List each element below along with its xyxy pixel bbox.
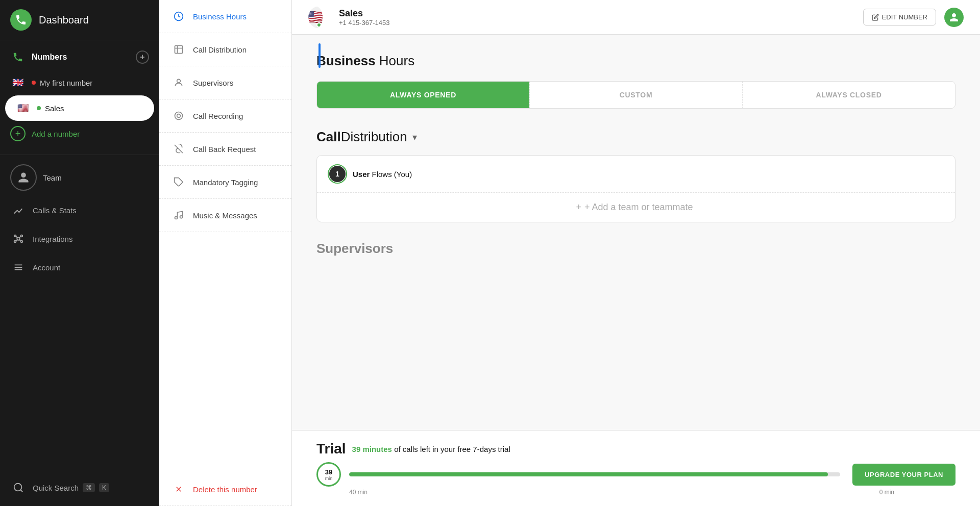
trial-bar: Trial 39 minutes of calls left in your f… <box>292 430 980 506</box>
call-distribution-section-title[interactable]: Call Distribution ▾ <box>316 129 955 145</box>
call-recording-icon <box>172 109 186 123</box>
add-team-row[interactable]: + + Add a team or teammate <box>317 193 955 222</box>
center-nav-mandatory-tagging[interactable]: Mandatory Tagging <box>159 166 291 199</box>
quick-search-label: Quick Search <box>33 484 79 492</box>
upgrade-plan-button[interactable]: UPGRADE YOUR PLAN <box>852 464 955 486</box>
center-panel: Business Hours Call Distribution Supervi… <box>159 0 292 506</box>
svg-line-7 <box>16 240 17 241</box>
svg-point-1 <box>14 235 16 237</box>
svg-point-2 <box>21 235 23 237</box>
add-number-item[interactable]: + Add a number <box>0 121 159 146</box>
sidebar-divider-1 <box>0 155 159 155</box>
trial-heading: Trial 39 minutes of calls left in your f… <box>316 441 955 457</box>
center-nav-call-back[interactable]: Call Back Request <box>159 133 291 166</box>
number-item-first[interactable]: 🇬🇧 My first number <box>0 70 159 95</box>
quick-search-item[interactable]: Quick Search ⌘ K <box>0 473 159 506</box>
main-header: 🇺🇸 Sales +1 415-367-1453 EDIT NUMBER <box>292 0 980 35</box>
tab-custom[interactable]: CUSTOM <box>529 82 743 108</box>
center-nav-supervisors[interactable]: Supervisors <box>159 66 291 99</box>
status-dot-green <box>37 106 41 110</box>
sidebar: Dashboard Numbers + 🇬🇧 My first number 🇺… <box>0 0 159 506</box>
kbd-cmd: ⌘ <box>83 483 95 492</box>
user-number-badge: 1 <box>329 166 346 182</box>
app-logo[interactable] <box>10 9 32 31</box>
svg-line-5 <box>16 236 17 238</box>
supervisors-icon <box>172 75 186 90</box>
trial-circle-min: min <box>325 476 333 481</box>
user-avatar[interactable] <box>944 8 964 27</box>
number-name-sales: Sales <box>45 104 64 113</box>
svg-point-17 <box>180 216 183 218</box>
tab-always-closed[interactable]: ALWAYS CLOSED <box>743 82 955 108</box>
trial-circle-num: 39 <box>325 468 332 476</box>
delete-label: Delete this number <box>193 485 257 494</box>
edit-number-button[interactable]: EDIT NUMBER <box>863 9 936 26</box>
svg-point-9 <box>14 484 22 491</box>
kbd-k: K <box>99 483 109 492</box>
dashboard-title: Dashboard <box>39 14 89 26</box>
center-nav-delete[interactable]: Delete this number <box>159 473 291 506</box>
team-avatar <box>10 164 37 191</box>
business-hours-section-title: Business Hours <box>316 53 955 69</box>
sidebar-item-account[interactable]: Account <box>0 253 159 282</box>
svg-point-12 <box>177 79 181 83</box>
trial-progress-fill <box>349 472 828 476</box>
flag-us: 🇺🇸 <box>15 100 31 116</box>
center-nav-business-hours[interactable]: Business Hours <box>159 0 291 33</box>
number-phone: +1 415-367-1453 <box>339 19 389 27</box>
integrations-label: Integrations <box>33 235 72 243</box>
center-nav-call-distribution[interactable]: Call Distribution <box>159 33 291 66</box>
number-item-sales[interactable]: 🇺🇸 Sales <box>5 95 154 121</box>
number-name-first: My first number <box>40 79 92 87</box>
business-hours-tabs: ALWAYS OPENED CUSTOM ALWAYS CLOSED <box>316 81 955 109</box>
account-label: Account <box>33 263 60 272</box>
trial-label: Trial <box>316 441 346 457</box>
svg-point-4 <box>21 241 23 243</box>
user-icon <box>949 12 959 22</box>
center-nav-music-messages[interactable]: Music & Messages <box>159 199 291 232</box>
add-circle-icon: + <box>10 126 26 141</box>
svg-point-14 <box>175 112 183 120</box>
add-number-icon[interactable]: + <box>136 50 149 64</box>
call-distribution-card: 1 User Flows (You) + + Add a team or tea… <box>316 155 955 222</box>
green-ring <box>328 164 347 184</box>
numbers-section: Numbers + 🇬🇧 My first number 🇺🇸 Sales + … <box>0 40 159 150</box>
tab-always-opened[interactable]: ALWAYS OPENED <box>317 82 529 108</box>
svg-point-16 <box>175 217 178 219</box>
call-distribution-icon <box>172 42 186 57</box>
plus-icon: + <box>576 202 581 213</box>
trial-min-max: 40 min 0 min <box>316 489 955 496</box>
edit-icon <box>872 14 879 21</box>
sidebar-item-calls-stats[interactable]: Calls & Stats <box>0 196 159 224</box>
delete-icon <box>172 482 186 496</box>
svg-line-8 <box>19 240 21 241</box>
trial-progress-row: 39 min UPGRADE YOUR PLAN <box>316 462 955 487</box>
supervisors-label: Supervisors <box>193 79 233 87</box>
numbers-label: Numbers <box>32 53 67 62</box>
number-name: Sales <box>339 8 389 19</box>
numbers-header: Numbers + <box>0 44 159 70</box>
flag-uk: 🇬🇧 <box>10 75 26 90</box>
trial-progress-track <box>349 472 840 476</box>
add-team-label: + Add a team or teammate <box>584 202 693 213</box>
number-flag: 🇺🇸 <box>308 6 331 29</box>
call-back-icon <box>172 142 186 156</box>
search-icon <box>10 479 27 496</box>
user-row: 1 User Flows (You) <box>317 156 955 193</box>
call-back-label: Call Back Request <box>193 145 256 154</box>
main-body: Business Hours ALWAYS OPENED CUSTOM ALWA… <box>292 35 980 430</box>
header-status-dot <box>316 22 322 28</box>
numbers-icon <box>10 49 26 65</box>
number-info: Sales +1 415-367-1453 <box>339 8 389 27</box>
sidebar-item-integrations[interactable]: Integrations <box>0 224 159 253</box>
status-dot-red <box>32 81 36 85</box>
center-nav-call-recording[interactable]: Call Recording <box>159 99 291 133</box>
main-content: 🇺🇸 Sales +1 415-367-1453 EDIT NUMBER Bus… <box>292 0 980 506</box>
svg-line-6 <box>19 236 21 238</box>
calls-stats-label: Calls & Stats <box>33 206 77 215</box>
business-hours-label: Business Hours <box>193 12 247 21</box>
music-messages-icon <box>172 208 186 222</box>
trial-minutes-left: 39 minutes <box>352 445 392 453</box>
team-item[interactable]: Team <box>0 159 159 196</box>
trial-rest: of calls left in your free 7-days trial <box>394 445 510 453</box>
